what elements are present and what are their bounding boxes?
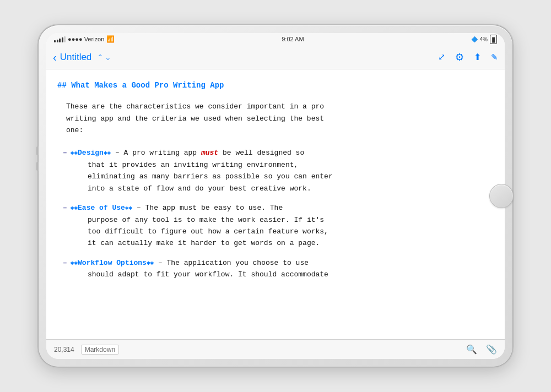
asterisk-open: ✱✱: [71, 260, 78, 266]
paperclip-icon[interactable]: 📎: [486, 344, 497, 355]
nav-bar: ‹ Untitled ⌃ ⌄ ⤢ ⚙ ⬆︎ ✎: [46, 45, 505, 69]
list-item: – ✱✱Ease of Use✱✱ – The app must be easy…: [63, 202, 494, 249]
bottom-right-section: 🔍 📎: [466, 344, 497, 355]
list-section: – ✱✱Design✱✱ – A pro writing app must be…: [63, 147, 494, 280]
word-count-label: 20,314: [54, 346, 74, 353]
document-content: ## What Makes a Good Pro Writing App The…: [46, 69, 505, 339]
home-button[interactable]: [489, 184, 514, 208]
nav-chevrons: ⌃ ⌄: [97, 53, 111, 62]
carrier-label: ●●●● Verizon: [68, 36, 104, 42]
gear-icon[interactable]: ⚙: [455, 51, 464, 63]
bluetooth-icon: 🔷: [471, 36, 478, 42]
ipad-device: ●●●● Verizon 📶 9:02 AM 🔷 4% ▮ ‹ Untitled…: [39, 25, 512, 367]
list-dash-icon: –: [63, 202, 67, 214]
status-battery: 🔷 4% ▮: [471, 35, 497, 44]
list-item-content: ✱✱Design✱✱ – A pro writing app must be w…: [71, 147, 494, 194]
edit-icon[interactable]: ✎: [491, 52, 498, 62]
nav-left-section: ‹ Untitled ⌃ ⌄: [53, 52, 141, 63]
list-dash-icon: –: [63, 147, 67, 159]
share-icon[interactable]: ⬆︎: [474, 52, 481, 62]
volume-down-button[interactable]: [36, 162, 39, 171]
must-label: must: [201, 149, 218, 157]
design-label: Design: [78, 149, 104, 157]
nav-back-title[interactable]: Untitled: [60, 52, 92, 63]
pointer-icon[interactable]: ⤢: [438, 52, 445, 62]
battery-pct: 4%: [480, 36, 488, 42]
signal-icon: [54, 36, 66, 42]
list-dash-icon: –: [63, 257, 67, 269]
search-icon[interactable]: 🔍: [466, 344, 477, 355]
status-time: 9:02 AM: [282, 36, 304, 42]
asterisk-open: ✱✱: [71, 150, 78, 156]
asterisk-close: ✱✱: [125, 205, 132, 211]
chevron-down-icon[interactable]: ⌄: [105, 53, 111, 62]
chevron-up-icon[interactable]: ⌃: [97, 53, 104, 62]
ipad-screen: ●●●● Verizon 📶 9:02 AM 🔷 4% ▮ ‹ Untitled…: [46, 33, 505, 359]
intro-paragraph: These are the characteristics we conside…: [66, 101, 494, 136]
battery-icon: ▮: [490, 35, 497, 44]
asterisk-close: ✱✱: [147, 260, 154, 266]
list-item: – ✱✱Workflow Options✱✱ – The application…: [63, 257, 494, 281]
list-item: – ✱✱Design✱✱ – A pro writing app must be…: [63, 147, 494, 194]
workflow-options-label: Workflow Options: [78, 259, 147, 267]
asterisk-close: ✱✱: [104, 150, 111, 156]
status-carrier: ●●●● Verizon 📶: [54, 35, 115, 43]
wifi-icon: 📶: [106, 35, 115, 43]
list-item-content: ✱✱Workflow Options✱✱ – The application y…: [71, 257, 494, 281]
bottom-left-section: 20,314 Markdown: [54, 345, 466, 355]
status-bar: ●●●● Verizon 📶 9:02 AM 🔷 4% ▮: [46, 33, 505, 45]
asterisk-open: ✱✱: [71, 205, 78, 211]
document-heading: ## What Makes a Good Pro Writing App: [57, 79, 494, 92]
back-arrow-icon[interactable]: ‹: [53, 52, 57, 63]
ease-of-use-label: Ease of Use: [78, 204, 125, 212]
nav-right-section: ⤢ ⚙ ⬆︎ ✎: [438, 51, 498, 63]
bottom-bar: 20,314 Markdown 🔍 📎: [46, 339, 505, 359]
format-badge: Markdown: [81, 345, 119, 355]
volume-up-button[interactable]: [36, 146, 39, 155]
list-item-content: ✱✱Ease of Use✱✱ – The app must be easy t…: [71, 202, 494, 249]
